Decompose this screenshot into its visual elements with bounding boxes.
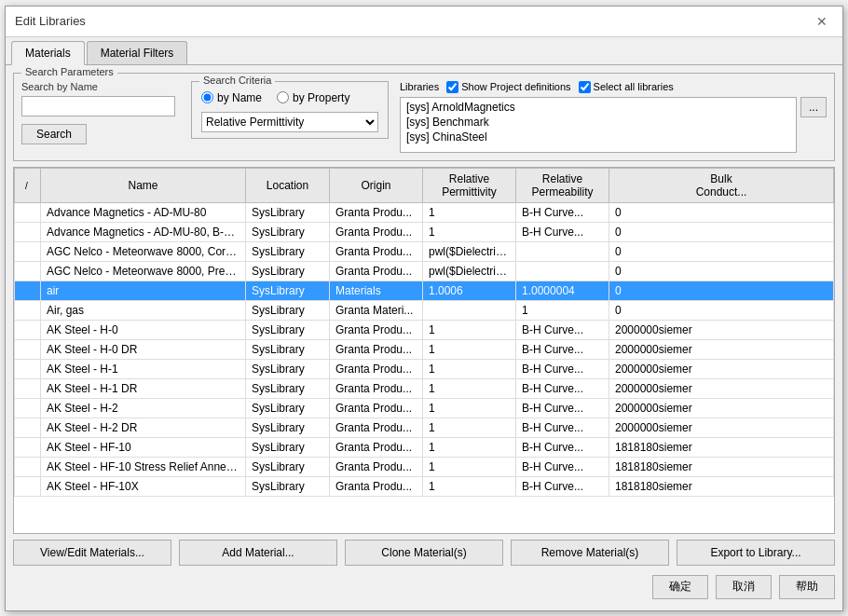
col-name[interactable]: Name (41, 168, 246, 202)
table-row[interactable]: AK Steel - H-2 DRSysLibraryGranta Produ.… (15, 418, 834, 437)
browse-button[interactable]: ... (800, 97, 827, 117)
library-item-1[interactable]: [sys] Benchmark (403, 115, 794, 130)
cell-sort (15, 281, 41, 300)
cell-location: SysLibrary (246, 281, 330, 300)
col-rel-permittivity[interactable]: RelativePermittivity (423, 168, 516, 202)
cell-bulk-cond: 2000000siemer (609, 418, 834, 437)
cell-rel-permeab: B-H Curve... (516, 457, 609, 476)
cell-name: AK Steel - HF-10 (41, 437, 246, 457)
cell-origin: Materials (330, 281, 423, 300)
radio-by-name-input[interactable] (201, 91, 213, 103)
cell-name: AK Steel - H-2 (41, 398, 246, 418)
cell-sort (15, 202, 41, 222)
cell-bulk-cond: 0 (609, 241, 834, 261)
dialog-buttons: 确定 取消 帮助 (13, 571, 835, 603)
cell-rel-perm: 1 (423, 339, 516, 359)
cell-rel-perm: 1 (423, 222, 516, 241)
cell-sort (15, 241, 41, 261)
table-row[interactable]: AGC Nelco - Meteorwave 8000, Prepreg, 10… (15, 261, 834, 281)
cell-origin: Granta Produ... (330, 418, 423, 437)
cell-location: SysLibrary (246, 222, 330, 241)
table-row[interactable]: AK Steel - H-1SysLibraryGranta Produ...1… (15, 359, 834, 378)
cancel-button[interactable]: 取消 (716, 575, 772, 599)
view-edit-button[interactable]: View/Edit Materials... (13, 540, 171, 566)
cell-rel-permeab: B-H Curve... (516, 320, 609, 339)
cell-location: SysLibrary (246, 457, 330, 476)
table-row[interactable]: AK Steel - HF-10SysLibraryGranta Produ..… (15, 437, 834, 457)
cell-sort (15, 261, 41, 281)
cell-sort (15, 300, 41, 320)
materials-table-container[interactable]: / Name Location Origin RelativePermittiv… (13, 167, 835, 534)
col-bulk-conductivity[interactable]: BulkConduct... (609, 168, 834, 202)
cell-location: SysLibrary (246, 320, 330, 339)
show-project-checkbox[interactable] (446, 81, 458, 93)
property-dropdown[interactable]: Relative Permittivity Relative Permeabil… (201, 112, 378, 132)
select-all-checkbox[interactable] (579, 81, 591, 93)
cell-rel-perm: 1 (423, 418, 516, 437)
title-bar: Edit Libraries ✕ (6, 7, 842, 37)
table-row[interactable]: AK Steel - H-1 DRSysLibraryGranta Produ.… (15, 378, 834, 398)
cell-name: AK Steel - HF-10X (41, 476, 246, 496)
cell-name: AK Steel - HF-10 Stress Relief Annealed (41, 457, 246, 476)
cell-name: air (41, 281, 246, 300)
table-row[interactable]: Air, gasSysLibraryGranta Materi...10 (15, 300, 834, 320)
table-row[interactable]: Advance Magnetics - AD-MU-80SysLibraryGr… (15, 202, 834, 222)
radio-by-property-input[interactable] (277, 91, 289, 103)
library-item-2[interactable]: [sys] ChinaSteel (403, 130, 794, 144)
libraries-list[interactable]: [sys] ArnoldMagnetics [sys] Benchmark [s… (400, 97, 797, 153)
cell-bulk-cond: 2000000siemer (609, 359, 834, 378)
tab-material-filters[interactable]: Material Filters (87, 41, 188, 64)
cell-name: AK Steel - H-1 DR (41, 378, 246, 398)
cell-location: SysLibrary (246, 378, 330, 398)
table-row[interactable]: AK Steel - HF-10 Stress Relief AnnealedS… (15, 457, 834, 476)
select-all-checkbox-label[interactable]: Select all libraries (579, 81, 674, 93)
cell-origin: Granta Produ... (330, 222, 423, 241)
cell-bulk-cond: 0 (609, 261, 834, 281)
cell-sort (15, 222, 41, 241)
cell-bulk-cond: 0 (609, 202, 834, 222)
table-row[interactable]: AK Steel - H-0SysLibraryGranta Produ...1… (15, 320, 834, 339)
cell-rel-perm: 1 (423, 378, 516, 398)
cell-origin: Granta Produ... (330, 320, 423, 339)
search-input[interactable] (21, 96, 175, 116)
tab-bar: Materials Material Filters (6, 37, 842, 65)
table-row[interactable]: AK Steel - HF-10XSysLibraryGranta Produ.… (15, 476, 834, 496)
col-rel-permeability[interactable]: RelativePermeability (516, 168, 609, 202)
cell-sort (15, 320, 41, 339)
table-row[interactable]: AK Steel - H-0 DRSysLibraryGranta Produ.… (15, 339, 834, 359)
table-row[interactable]: Advance Magnetics - AD-MU-80, B-H at 60H… (15, 222, 834, 241)
clone-material-button[interactable]: Clone Material(s) (345, 540, 503, 566)
library-item-0[interactable]: [sys] ArnoldMagnetics (403, 100, 794, 115)
cell-rel-perm: pwl($Dielectric_c... 1 (423, 241, 516, 261)
cell-rel-permeab: B-H Curve... (516, 398, 609, 418)
cell-name: Air, gas (41, 300, 246, 320)
col-location[interactable]: Location (246, 168, 330, 202)
table-row[interactable]: airSysLibraryMaterials1.00061.00000040 (15, 281, 834, 300)
remove-material-button[interactable]: Remove Material(s) (511, 540, 669, 566)
libraries-header: Libraries Show Project definitions Selec… (400, 81, 827, 93)
cell-rel-perm: 1 (423, 202, 516, 222)
cell-rel-perm: 1 (423, 398, 516, 418)
search-button[interactable]: Search (21, 124, 87, 144)
show-project-checkbox-label[interactable]: Show Project definitions (446, 81, 570, 93)
add-material-button[interactable]: Add Material... (179, 540, 337, 566)
cell-rel-perm: 1 (423, 437, 516, 457)
col-origin[interactable]: Origin (330, 168, 423, 202)
col-sort[interactable]: / (15, 168, 41, 202)
radio-by-name[interactable]: by Name (201, 91, 262, 104)
confirm-button[interactable]: 确定 (652, 575, 708, 599)
cell-location: SysLibrary (246, 339, 330, 359)
cell-rel-permeab: 1.0000004 (516, 281, 609, 300)
close-button[interactable]: ✕ (811, 12, 833, 31)
radio-by-property[interactable]: by Property (277, 91, 349, 104)
cell-location: SysLibrary (246, 398, 330, 418)
window-title: Edit Libraries (15, 14, 86, 28)
cell-name: AK Steel - H-2 DR (41, 418, 246, 437)
table-row[interactable]: AK Steel - H-2SysLibraryGranta Produ...1… (15, 398, 834, 418)
cell-rel-perm: 1 (423, 476, 516, 496)
export-button[interactable]: Export to Library... (677, 540, 835, 566)
cell-rel-permeab: 1 (516, 300, 609, 320)
help-button[interactable]: 帮助 (779, 575, 835, 599)
tab-materials[interactable]: Materials (11, 41, 85, 65)
table-row[interactable]: AGC Nelco - Meteorwave 8000, Core, 1x108… (15, 241, 834, 261)
